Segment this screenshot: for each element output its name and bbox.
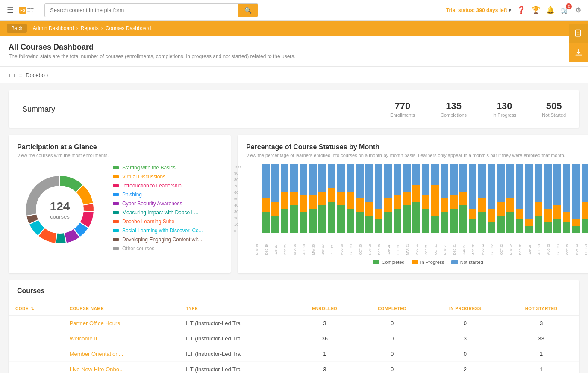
bar-not-started	[271, 164, 279, 202]
breadcrumb-admin[interactable]: Admin Dashboard	[33, 25, 74, 31]
bar-not-started	[572, 164, 580, 219]
bar-group	[553, 164, 561, 233]
filter-icon[interactable]: ≡	[19, 71, 22, 78]
cell-name[interactable]: Partner Office Hours	[63, 316, 179, 331]
bar-in-progress	[394, 195, 401, 209]
cell-not_started: 33	[503, 331, 579, 346]
bell-icon[interactable]: 🔔	[546, 6, 555, 14]
bar-in-progress	[262, 198, 270, 212]
chart-legend-item: In Progress	[412, 260, 444, 265]
donut-number: 124	[50, 200, 70, 213]
bar-not-started	[478, 164, 486, 198]
column-header-type: TYPE	[179, 302, 292, 316]
bar-completed	[318, 205, 326, 233]
bar-group	[300, 164, 307, 233]
cell-name[interactable]: Member Orientation...	[63, 346, 179, 362]
trophy-icon[interactable]: 🏆	[532, 6, 540, 14]
menu-icon[interactable]: ☰	[7, 6, 14, 15]
bar-in-progress	[450, 195, 458, 209]
legend-item[interactable]: Other courses	[113, 246, 203, 252]
legend-item[interactable]: Starting with the Basics	[113, 165, 203, 171]
bar-in-progress	[553, 205, 561, 219]
bar-group	[290, 164, 298, 233]
cart-icon[interactable]: 🛒2	[561, 6, 569, 14]
legend-item[interactable]: Measuring Impact with Dobco L...	[113, 210, 203, 216]
legend-item[interactable]: Developing Engaging Content wit...	[113, 237, 203, 243]
back-button[interactable]: Back	[7, 24, 27, 33]
bar-group	[384, 164, 392, 233]
bar-completed	[262, 212, 270, 233]
column-header-code[interactable]: CODE ⇅	[9, 302, 63, 316]
legend-color-block	[412, 260, 418, 264]
breadcrumb-current: Courses Dashboard	[106, 25, 151, 31]
bar-not-started	[318, 164, 326, 192]
legend-text: Not started	[460, 260, 483, 265]
legend-item[interactable]: Phishing	[113, 192, 203, 198]
cell-enrolled: 3	[292, 362, 357, 373]
help-icon[interactable]: ❓	[517, 6, 526, 14]
legend-color	[113, 175, 119, 178]
cell-in_progress: 0	[427, 346, 503, 362]
bar-group	[459, 164, 467, 233]
bar-not-started	[563, 164, 570, 212]
y-label: 60	[234, 190, 241, 195]
donut-label: courses	[50, 213, 70, 220]
bar-group	[403, 164, 411, 233]
settings-icon[interactable]: ⚙	[575, 6, 581, 14]
bar-in-progress	[337, 192, 345, 205]
bar-not-started	[356, 164, 364, 198]
bar-group	[469, 164, 476, 233]
bar-group	[506, 164, 514, 233]
bar-chart-outer: 1009080706050403020100	[246, 165, 588, 233]
legend-item[interactable]: Social Learning with Discover, Co...	[113, 228, 203, 234]
bar-group	[309, 164, 317, 233]
bar-group	[441, 164, 448, 233]
donut-legend: Starting with the BasicsVirtual Discussi…	[113, 165, 203, 255]
cell-in_progress: 3	[427, 331, 503, 346]
bar-group	[488, 164, 495, 233]
search-button[interactable]: 🔍	[238, 4, 258, 17]
cell-enrolled: 1	[292, 346, 357, 362]
bar-in-progress	[281, 192, 288, 209]
cell-name[interactable]: Live New Hire Onbo...	[63, 362, 179, 373]
participation-card: Participation at a Glance View the cours…	[9, 135, 231, 273]
breadcrumb-reports[interactable]: Reports	[81, 25, 99, 31]
bar-in-progress	[384, 198, 392, 212]
legend-item[interactable]: Introduction to Leadership	[113, 183, 203, 189]
bar-completed	[525, 226, 533, 233]
cell-code	[9, 362, 63, 373]
cell-name[interactable]: Welcome ILT	[63, 331, 179, 346]
bar-group	[281, 164, 288, 233]
cell-code	[9, 316, 63, 331]
bar-not-started	[328, 164, 335, 188]
bar-completed	[441, 212, 448, 233]
cell-code	[9, 331, 63, 346]
cell-completed: 0	[357, 316, 427, 331]
legend-label: Phishing	[122, 192, 142, 198]
pdf-export-button[interactable]	[569, 24, 588, 43]
cell-not_started: 3	[503, 316, 579, 331]
bar-completed	[516, 219, 523, 233]
table-row: Member Orientation...ILT (Instructor-Led…	[9, 346, 579, 362]
search-input[interactable]	[45, 4, 238, 16]
folder-icon[interactable]: 🗀	[9, 71, 15, 79]
stat-number: 505	[542, 101, 566, 112]
bar-group	[572, 164, 580, 233]
legend-item[interactable]: Docebo Learning Suite	[113, 219, 203, 225]
bar-group	[516, 164, 523, 233]
legend-item[interactable]: Cyber Security Awareness	[113, 201, 203, 207]
bar-completed	[412, 202, 420, 233]
bar-not-started	[309, 164, 317, 195]
bar-group	[337, 164, 345, 233]
legend-item[interactable]: Virtual Discussions	[113, 174, 203, 180]
download-button[interactable]	[569, 43, 588, 62]
bar-completed	[300, 212, 307, 233]
donut-center: 124 courses	[50, 200, 70, 220]
bar-in-progress	[459, 192, 467, 205]
bar-completed	[553, 219, 561, 233]
stat-number: 135	[441, 101, 467, 112]
bar-group	[563, 164, 570, 233]
bar-not-started	[300, 164, 307, 195]
bar-group	[525, 164, 533, 233]
sort-icon[interactable]: ⇅	[29, 307, 35, 311]
